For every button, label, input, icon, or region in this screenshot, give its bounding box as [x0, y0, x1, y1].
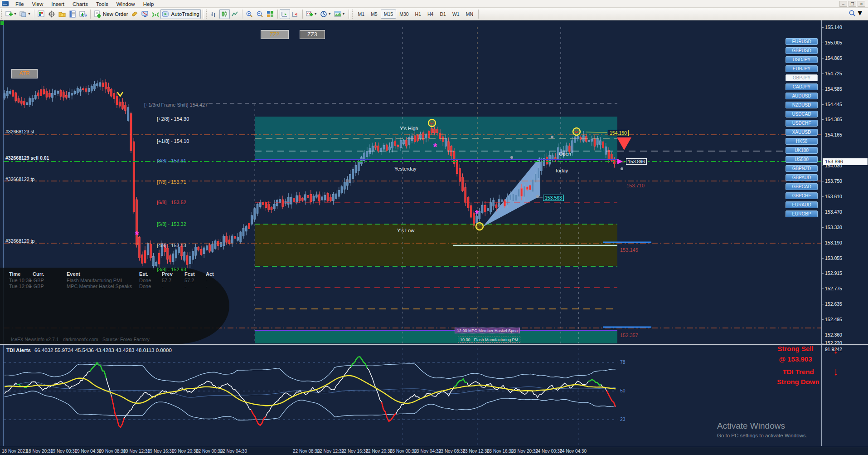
navigator-button[interactable] — [57, 9, 68, 19]
price-tick: 154.725 — [825, 71, 842, 76]
timeframe-h4[interactable]: H4 — [424, 10, 436, 19]
pane-separator[interactable] — [0, 344, 868, 345]
periods-clock-icon — [320, 10, 327, 18]
time-tick: 23 Nov 04:30 — [414, 449, 441, 454]
symbol-button-uk100[interactable]: UK100 — [786, 147, 818, 154]
price-tick: 154.165 — [825, 132, 842, 137]
menu-file[interactable]: File — [11, 0, 28, 8]
zoom-in-button[interactable] — [244, 9, 255, 19]
chart-canvas[interactable]: *** — [4, 20, 821, 446]
order-line-label: #32668120 tp — [5, 238, 34, 244]
timeframe-m5[interactable]: M5 — [368, 10, 381, 19]
symbol-button-eurjpy[interactable]: EURJPY — [786, 65, 818, 72]
symbol-button-audusd[interactable]: AUDUSD — [786, 93, 818, 99]
toolbar-search-button[interactable]: ▼ — [848, 9, 863, 17]
price-tick-mark — [822, 273, 824, 274]
market-button[interactable] — [140, 9, 150, 19]
candle-body — [400, 140, 402, 148]
candle-body — [591, 139, 593, 142]
candle-body — [338, 191, 340, 197]
close-button[interactable]: ✕ — [858, 1, 865, 7]
candle-body — [392, 142, 393, 148]
timeframe-mn[interactable]: MN — [463, 10, 476, 19]
signals-button[interactable] — [150, 9, 160, 19]
templates-button[interactable]: ▼ — [333, 9, 347, 19]
symbol-button-cadjpy[interactable]: CADJPY — [786, 83, 818, 90]
new-chart-button[interactable]: ▼ — [4, 9, 18, 19]
auto-scroll-button[interactable] — [280, 9, 290, 19]
tdi-level-78: 78 — [620, 359, 626, 365]
candle-body — [425, 135, 427, 138]
symbol-button-gbpcad[interactable]: GBPCAD — [786, 183, 818, 190]
timeframe-w1[interactable]: W1 — [449, 10, 463, 19]
zoom-out-button[interactable] — [255, 9, 265, 19]
crosshair-button[interactable] — [47, 9, 57, 19]
menu-view[interactable]: View — [28, 0, 48, 8]
minimize-button[interactable]: – — [839, 1, 847, 7]
market-terminal-icon — [141, 10, 149, 18]
symbol-button-gbpnzd[interactable]: GBPNZD — [786, 165, 818, 172]
symbol-button-euraud[interactable]: EURAUD — [786, 201, 818, 208]
candle-body — [282, 200, 284, 206]
symbol-button-hk50[interactable]: HK50 — [786, 138, 818, 145]
autotrading-button[interactable]: AutoTrading — [160, 9, 200, 19]
timeframe-m30[interactable]: M30 — [396, 10, 412, 19]
menu-window[interactable]: Window — [112, 0, 139, 8]
candle-body — [313, 196, 315, 201]
periods-button[interactable]: ▼ — [319, 9, 333, 19]
zoom-out-icon — [256, 10, 263, 18]
symbol-button-usdcad[interactable]: USDCAD — [786, 111, 818, 117]
menu-help[interactable]: Help — [139, 0, 158, 8]
symbol-button-gbpusd[interactable]: GBPUSD — [786, 47, 818, 54]
candle-body — [596, 139, 598, 145]
symbol-button-eurgbp[interactable]: EURGBP — [786, 210, 818, 217]
timeframe-m15[interactable]: M15 — [381, 10, 396, 19]
symbol-button-gbpchf[interactable]: GBPCHF — [786, 192, 818, 199]
timeframe-m1[interactable]: M1 — [355, 10, 368, 19]
atr-button[interactable]: ATR — [11, 69, 38, 78]
news-col-header: Act — [206, 271, 214, 277]
symbol-button-nzdusd[interactable]: NZDUSD — [786, 102, 818, 108]
symbol-button-usdjpy[interactable]: USDJPY — [786, 56, 818, 63]
depth-of-market-button[interactable] — [129, 9, 140, 19]
dropdown-caret-icon: ▼ — [28, 12, 31, 15]
restore-button[interactable]: ❐ — [849, 1, 856, 7]
profiles-button[interactable]: ▼ — [18, 9, 32, 19]
strategy-tester-button[interactable] — [78, 9, 88, 19]
app-logo-icon — [2, 1, 9, 6]
data-window-button[interactable] — [68, 9, 78, 19]
symbol-button-eurusd[interactable]: EURUSD — [786, 38, 818, 45]
indicators-button[interactable]: ▼ — [305, 9, 319, 19]
candle-body — [57, 92, 59, 94]
timeframe-h1[interactable]: H1 — [412, 10, 424, 19]
timeframe-d1[interactable]: D1 — [436, 10, 449, 19]
candlestick-chart-button[interactable] — [219, 9, 230, 19]
line-chart-button[interactable] — [230, 9, 240, 19]
new-order-button[interactable]: New Order — [92, 9, 130, 19]
price-tick-mark — [822, 289, 824, 289]
tile-windows-button[interactable] — [265, 9, 276, 19]
market-watch-button[interactable] — [36, 9, 47, 19]
zz2-button[interactable]: ZZ2 — [261, 30, 289, 39]
time-tick: 23 Nov 00:30 — [390, 449, 417, 454]
symbol-button-gbpjpy[interactable]: GBPJPY — [786, 74, 818, 81]
chart-shift-button[interactable] — [290, 9, 301, 19]
candle-body — [372, 146, 373, 152]
menu-insert[interactable]: Insert — [47, 0, 68, 8]
news-cell: - — [162, 284, 164, 289]
time-tick: 23 Nov 08:30 — [438, 449, 466, 454]
menu-tools[interactable]: Tools — [92, 0, 112, 8]
candle-body — [102, 83, 104, 87]
gray-dot-marker — [510, 156, 513, 159]
price-tick-mark — [822, 27, 824, 28]
zz3-button[interactable]: ZZ3 — [300, 30, 325, 39]
symbol-button-usdchf[interactable]: USDCHF — [786, 120, 818, 127]
menu-charts[interactable]: Charts — [68, 0, 92, 8]
symbol-button-gbpaud[interactable]: GBPAUD — [786, 174, 818, 181]
symbol-button-xauusd[interactable]: XAUUSD — [786, 129, 818, 136]
symbol-button-us500[interactable]: US500 — [786, 156, 818, 163]
candle-body — [91, 87, 92, 91]
candle-body — [133, 142, 135, 212]
candle-body — [417, 135, 418, 141]
bar-chart-button[interactable] — [209, 9, 219, 19]
